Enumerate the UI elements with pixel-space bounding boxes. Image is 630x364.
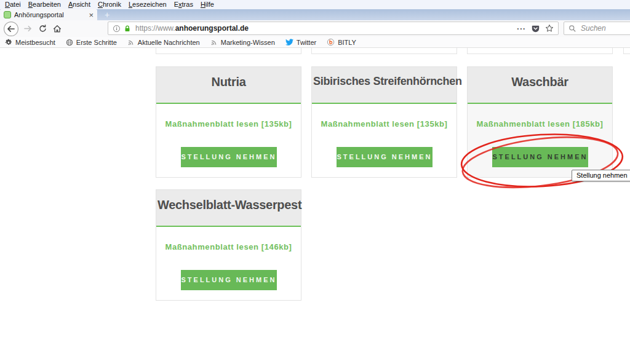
massnahmenblatt-link[interactable]: Maßnahmenblatt lesen [146kb] xyxy=(156,242,301,251)
card-nutria: NutriaMaßnahmenblatt lesen [135kb]STELLU… xyxy=(156,66,301,178)
page-actions-icon[interactable]: ••• xyxy=(517,26,526,31)
menu-mnemonic: H xyxy=(201,1,205,8)
home-icon[interactable] xyxy=(50,20,64,37)
gear-icon xyxy=(5,39,12,46)
tab-close-icon[interactable]: × xyxy=(89,11,94,19)
stellung-nehmen-button[interactable]: STELLUNG NEHMEN xyxy=(181,270,277,290)
tooltip: Stellung nehmen xyxy=(572,170,630,181)
massnahmenblatt-link[interactable]: Maßnahmenblatt lesen [135kb] xyxy=(156,119,301,129)
card-header: Nutria xyxy=(156,67,301,104)
search-placeholder: Suchen xyxy=(581,24,606,33)
card-sibirisches-streifenh-rnchen: Sibirisches StreifenhörnchenMaßnahmenbla… xyxy=(311,66,457,178)
bookmark-label: Meistbesucht xyxy=(15,39,55,46)
menu-item-bearbeiten[interactable]: Bearbeiten xyxy=(25,0,65,9)
bookmark-label: Marketing-Wissen xyxy=(221,39,275,46)
bookmark-bitly[interactable]: BITLY xyxy=(327,38,356,46)
bitly-icon xyxy=(327,38,335,46)
menu-label-part: earbeiten xyxy=(33,1,61,8)
massnahmenblatt-link[interactable]: Maßnahmenblatt lesen [185kb] xyxy=(468,119,612,129)
browser-window: DateiBearbeitenAnsichtChronikLesezeichen… xyxy=(0,0,630,364)
site-favicon-icon xyxy=(4,11,11,18)
search-icon xyxy=(568,25,576,33)
menu-mnemonic: D xyxy=(5,1,10,8)
stellung-nehmen-button[interactable]: STELLUNG NEHMEN xyxy=(337,147,433,167)
forward-icon[interactable] xyxy=(21,20,34,37)
card-title: Wechselblatt-Wasserpest xyxy=(158,198,300,212)
search-bar[interactable]: Suchen xyxy=(564,22,630,35)
card-header: Waschbär xyxy=(468,67,612,104)
menu-label-part: nsicht xyxy=(73,1,90,8)
stellung-nehmen-button[interactable]: STELLUNG NEHMEN xyxy=(492,147,588,167)
url-domain: anhoerungsportal.de xyxy=(175,24,249,33)
menu-mnemonic: B xyxy=(28,1,33,8)
tab-anhoerungsportal[interactable]: Anhörungsportal × xyxy=(0,9,97,20)
bookmark-meistbesucht[interactable]: Meistbesucht xyxy=(5,39,55,46)
massnahmenblatt-link[interactable]: Maßnahmenblatt lesen [135kb] xyxy=(312,119,457,129)
bookmark-label: Erste Schritte xyxy=(76,39,117,46)
menu-bar: DateiBearbeitenAnsichtChronikLesezeichen… xyxy=(0,0,630,9)
bookmarks-toolbar: MeistbesuchtErste SchritteAktuelle Nachr… xyxy=(0,37,630,48)
card-title: Nutria xyxy=(158,75,300,89)
url-scheme: https://www. xyxy=(135,24,175,33)
card-waschb-r: WaschbärMaßnahmenblatt lesen [185kb]STEL… xyxy=(467,66,613,178)
menu-item-ansicht[interactable]: Ansicht xyxy=(65,0,94,9)
tab-title: Anhörungsportal xyxy=(14,11,86,18)
bookmark-label: BITLY xyxy=(338,39,356,46)
address-bar[interactable]: https://www.anhoerungsportal.de ••• xyxy=(108,22,559,35)
bookmark-star-icon[interactable] xyxy=(545,24,554,33)
reload-icon[interactable] xyxy=(36,20,49,37)
feed-icon xyxy=(127,39,135,46)
menu-label-part: tras xyxy=(182,1,193,8)
card-wechselblatt-wasserpest: Wechselblatt-WasserpestMaßnahmenblatt le… xyxy=(156,189,301,301)
navigation-toolbar: https://www.anhoerungsportal.de ••• Such… xyxy=(0,20,630,37)
menu-label-part: E xyxy=(174,1,178,8)
menu-label-part: ilfe xyxy=(205,1,214,8)
bookmark-marketing-wissen[interactable]: Marketing-Wissen xyxy=(210,39,275,46)
partial-card xyxy=(467,48,613,54)
partial-card xyxy=(311,48,457,54)
twitter-icon xyxy=(285,38,293,46)
partial-card xyxy=(156,48,301,54)
menu-item-extras[interactable]: Extras xyxy=(170,0,197,9)
menu-item-hilfe[interactable]: Hilfe xyxy=(197,0,218,9)
menu-mnemonic: C xyxy=(98,1,103,8)
new-tab-button[interactable]: + xyxy=(100,10,114,20)
card-title: Waschbär xyxy=(469,75,611,89)
menu-label-part: hronik xyxy=(103,1,121,8)
bookmark-aktuelle-nachrichten[interactable]: Aktuelle Nachrichten xyxy=(127,39,200,46)
card-header: Sibirisches Streifenhörnchen xyxy=(312,67,457,104)
page-content: NutriaMaßnahmenblatt lesen [135kb]STELLU… xyxy=(0,48,630,364)
stellung-nehmen-button[interactable]: STELLUNG NEHMEN xyxy=(181,147,277,167)
card-header: Wechselblatt-Wasserpest xyxy=(156,190,301,227)
menu-label-part: atei xyxy=(10,1,21,8)
feed-icon xyxy=(210,39,218,46)
bookmark-label: Aktuelle Nachrichten xyxy=(138,39,200,46)
tab-bar: Anhörungsportal × + xyxy=(0,9,630,20)
menu-item-chronik[interactable]: Chronik xyxy=(94,0,125,9)
https-lock-icon xyxy=(124,25,131,33)
bookmark-twitter[interactable]: Twitter xyxy=(285,38,316,46)
site-info-icon[interactable] xyxy=(113,25,121,33)
menu-label-part: esezeichen xyxy=(132,1,167,8)
bookmark-erste-schritte[interactable]: Erste Schritte xyxy=(66,39,117,46)
menu-item-datei[interactable]: Datei xyxy=(1,0,25,9)
globe-icon xyxy=(66,39,73,46)
back-icon[interactable] xyxy=(2,20,20,37)
bookmark-label: Twitter xyxy=(297,39,316,46)
url-text: https://www.anhoerungsportal.de xyxy=(135,24,517,33)
partial-card xyxy=(623,48,630,54)
menu-item-lesezeichen[interactable]: Lesezeichen xyxy=(125,0,170,9)
card-title: Sibirisches Streifenhörnchen xyxy=(313,75,455,88)
pocket-icon[interactable] xyxy=(532,25,540,33)
